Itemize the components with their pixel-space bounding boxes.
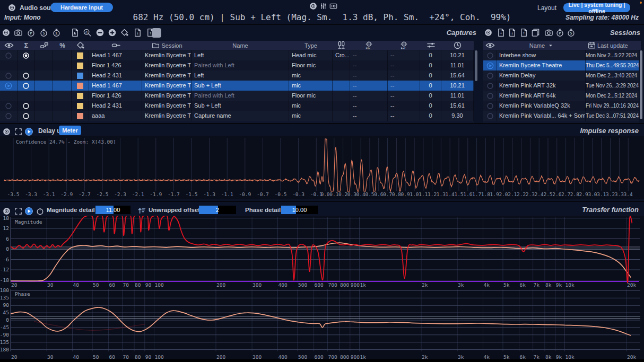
captures-header-pair[interactable] (333, 41, 351, 50)
capture-color-swatch[interactable] (77, 113, 83, 119)
capture-row[interactable]: Head 2 431Kremlin Bycetre TheatreSub + L… (0, 101, 474, 111)
gear-toolbar-icon[interactable] (1, 28, 11, 37)
minus-circle-toolbar-icon[interactable] (95, 28, 105, 37)
capture-row[interactable]: aaaaKremlin Bycetre TheatreCapture namem… (0, 111, 474, 121)
captures-header-session[interactable]: Session (142, 41, 192, 50)
session-row[interactable]: Kremlin Bycetre TheatreThu Dec 5...49:55… (483, 60, 639, 70)
stopwatch-p-toolbar-icon[interactable]: P (555, 28, 564, 37)
gear-toolbar-icon[interactable] (483, 28, 493, 37)
capture-cell-sum[interactable] (18, 60, 35, 70)
power-toolbar-icon[interactable] (35, 206, 45, 216)
layout-label[interactable]: Layout (537, 4, 556, 12)
capture-cell-eye[interactable] (0, 91, 18, 101)
gear-toolbar-icon[interactable] (2, 127, 11, 136)
paint-toolbar-icon[interactable] (119, 28, 129, 37)
capture-cell-sum[interactable] (18, 81, 35, 91)
session-row[interactable]: Interbee showMon Nov 2...5:22 2024 (483, 50, 639, 60)
live-toolbar-icon[interactable] (24, 206, 33, 216)
session-cell-eye[interactable] (483, 81, 497, 91)
capture-cell-eye[interactable] (0, 101, 18, 111)
captures-header-link[interactable] (35, 41, 54, 50)
doc-cursor-toolbar-icon[interactable] (70, 28, 80, 37)
io-icon[interactable] (328, 1, 338, 11)
phase-detail-input[interactable]: 10.00 (281, 206, 318, 214)
capture-cell-eye[interactable] (0, 70, 18, 81)
zoom-d-toolbar-icon[interactable]: d (82, 28, 92, 37)
unwrapped-offset-input[interactable]: 2 (199, 206, 236, 214)
session-row[interactable]: Kremlin DelayMon Dec 2...3:40 2024 (483, 70, 639, 81)
session-cell-eye[interactable] (483, 111, 497, 121)
session-cell-eye[interactable] (483, 70, 497, 81)
capture-color-swatch[interactable] (77, 83, 83, 89)
capture-color-swatch[interactable] (77, 93, 83, 99)
capture-cell-eye[interactable] (0, 50, 18, 60)
captures-header-mic[interactable] (89, 41, 143, 50)
capture-cell-sum[interactable] (18, 50, 35, 60)
capture-color-swatch[interactable] (77, 103, 83, 109)
doc-up-toolbar-icon[interactable]: ↑ (519, 28, 528, 37)
captures-header-type[interactable]: Type (289, 41, 333, 50)
session-row[interactable]: Kremlin Pink Variabl... 64k + Some comme… (483, 111, 639, 121)
capture-row[interactable]: Floor 1 426Kremlin Bycetre TheatrePaired… (0, 91, 474, 101)
stopwatch-p-toolbar-icon[interactable]: P (26, 28, 36, 37)
session-cell-eye[interactable] (483, 91, 497, 101)
sessions-header-visibility[interactable] (483, 41, 498, 50)
capture-row[interactable]: Floor 1 426Kremlin Bycetre TheatrePaired… (0, 60, 474, 70)
plus-circle-toolbar-icon[interactable] (107, 28, 117, 37)
sessions-scrollbar[interactable] (640, 50, 642, 119)
stopwatch-sigma-toolbar-icon[interactable]: Σ (51, 28, 61, 37)
capture-cell-sum[interactable] (18, 111, 35, 121)
capture-color-swatch[interactable] (77, 73, 83, 79)
live-toolbar-icon[interactable] (24, 127, 33, 136)
captures-header-visibility[interactable] (0, 41, 18, 50)
capture-row[interactable]: Head 1 467Kremlin Bycetre TheatreSub + L… (0, 81, 474, 91)
capture-cell-eye[interactable] (0, 81, 18, 91)
audio-source-gear-icon[interactable] (7, 3, 16, 12)
camera-toolbar-icon[interactable] (544, 28, 553, 37)
stopwatch-s-toolbar-icon[interactable]: S (39, 28, 48, 37)
capture-color-swatch[interactable] (77, 52, 83, 59)
captures-header-relative[interactable]: % (53, 41, 72, 50)
capture-cell-sum[interactable] (18, 91, 35, 101)
copy-toolbar-icon[interactable] (530, 28, 540, 37)
transfer-function-plot[interactable]: 2020303040405050606070708080909010010020… (0, 216, 644, 362)
session-row[interactable]: Kremlin Pink ART 32kTue Nov 26...3:29 20… (483, 81, 639, 91)
unwrap-icon[interactable] (137, 205, 146, 215)
capture-cell-sum[interactable] (18, 101, 35, 111)
camera-toolbar-icon[interactable] (13, 28, 23, 37)
captures-header-color[interactable] (72, 41, 90, 50)
captures-header-sum[interactable]: Σ (18, 41, 36, 50)
capture-cell-eye[interactable] (0, 111, 18, 121)
mode-switch-button[interactable]: Live | system tuning | offline (563, 3, 630, 12)
sliders-icon[interactable] (318, 1, 328, 11)
doc-down-toolbar-icon[interactable]: ↓ (133, 28, 142, 37)
sessions-header-last-update[interactable]: Last update (586, 41, 641, 50)
captures-scrollbar[interactable] (475, 50, 477, 81)
captures-header-time[interactable] (441, 41, 474, 50)
session-cell-eye[interactable] (483, 101, 497, 111)
meter-button[interactable]: Meter (59, 126, 81, 135)
session-row[interactable]: Kremlin Pink ART 64kMon Dec 2...5:12 202… (483, 91, 639, 101)
impulse-response-plot[interactable]: -3.5-3.3-3.1-2.9-2.7-2.5-2.3-2.1-1.9-1.7… (0, 136, 644, 199)
session-cell-eye[interactable] (483, 50, 497, 60)
fullscreen-toolbar-icon[interactable] (13, 127, 23, 136)
capture-cell-sum[interactable] (18, 70, 35, 81)
hardware-input-button[interactable]: Hardware input (50, 3, 113, 12)
color-swatch[interactable] (152, 28, 161, 38)
captures-header-gain[interactable] (420, 41, 442, 50)
generator-gear-icon[interactable] (308, 1, 318, 11)
magnitude-detail-input[interactable]: 11.00 (95, 206, 130, 214)
captures-header-mic-position[interactable]: Mic. (350, 41, 388, 50)
doc-down-toolbar-icon[interactable]: ↓ (507, 28, 517, 37)
capture-cell-eye[interactable] (0, 60, 18, 70)
gear-toolbar-icon[interactable] (2, 206, 11, 216)
session-row[interactable]: Kremlin Pink VariableQ 32kFri Nov 29...1… (483, 101, 639, 111)
capture-row[interactable]: Head 1 467Kremlin Bycetre TheatreLeftHea… (0, 50, 474, 60)
stopwatch-s-toolbar-icon[interactable]: S (566, 28, 576, 37)
doc-plus-toolbar-icon[interactable]: + (496, 28, 506, 37)
sessions-header-name[interactable]: Name (497, 41, 586, 50)
capture-row[interactable]: Head 2 431Kremlin Bycetre TheatreLeftmic… (0, 70, 474, 81)
fullscreen-toolbar-icon[interactable] (13, 206, 23, 216)
captures-header-ref-position[interactable]: Ref. (388, 41, 421, 50)
capture-color-swatch[interactable] (77, 63, 83, 69)
